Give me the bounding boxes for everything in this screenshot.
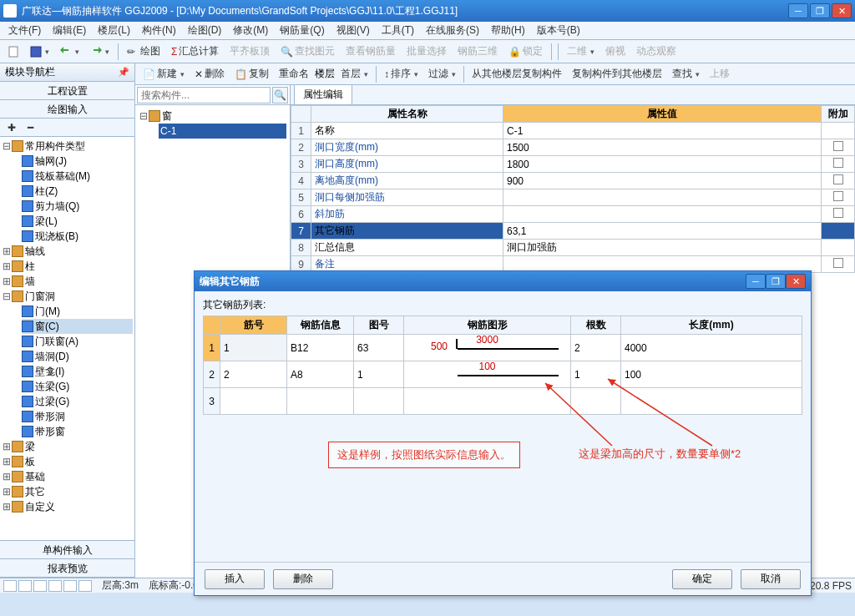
prop-value[interactable]: 63,1 <box>503 223 822 240</box>
menu-rebar[interactable]: 钢筋量(Q) <box>275 22 329 39</box>
tab-property-edit[interactable]: 属性编辑 <box>294 84 352 104</box>
cell-fig[interactable]: 63 <box>354 335 404 361</box>
rebar-row[interactable]: 2 2 A8 1 100 1 100 <box>204 361 802 388</box>
cell-info[interactable]: A8 <box>287 361 354 388</box>
menu-view[interactable]: 视图(V) <box>331 22 375 39</box>
menu-floor[interactable]: 楼层(L) <box>93 22 135 39</box>
prop-value[interactable] <box>503 206 822 223</box>
cell-id[interactable] <box>220 388 287 415</box>
copy-from-floor-button[interactable]: 从其他楼层复制构件 <box>468 64 566 83</box>
pin-icon[interactable]: 📌 <box>118 67 129 78</box>
menu-draw[interactable]: 绘图(D) <box>183 22 227 39</box>
tree-item[interactable]: 过梁(G) <box>22 394 133 409</box>
tab-report-preview[interactable]: 报表预览 <box>0 559 134 578</box>
lock-button[interactable]: 🔒 锁定 <box>504 42 547 61</box>
search-button[interactable]: 🔍 <box>272 87 288 104</box>
cell-count[interactable] <box>571 388 621 415</box>
menu-version[interactable]: 版本号(B) <box>532 22 585 39</box>
checkbox-icon[interactable] <box>833 258 843 268</box>
copy-to-floor-button[interactable]: 复制构件到其他楼层 <box>568 64 666 83</box>
cell-length[interactable] <box>621 388 802 415</box>
search-input[interactable] <box>137 87 271 104</box>
prop-value[interactable]: 1800 <box>503 156 822 173</box>
checkbox-icon[interactable] <box>833 174 843 184</box>
cell-length[interactable]: 4000 <box>621 335 802 361</box>
menu-help[interactable]: 帮助(H) <box>486 22 530 39</box>
cell-shape[interactable]: 5003000 <box>404 335 571 361</box>
tab-project-settings[interactable]: 工程设置 <box>0 82 134 100</box>
tree-group[interactable]: ⊞墙 <box>2 274 133 289</box>
cell-length[interactable]: 100 <box>621 361 802 388</box>
delete-component-button[interactable]: ✕ 删除 <box>190 64 229 83</box>
tree-item[interactable]: 带形窗 <box>22 424 133 439</box>
redo-button[interactable] <box>86 43 114 60</box>
comp-root[interactable]: ⊟窗 <box>139 109 286 124</box>
prop-extra[interactable] <box>822 156 855 173</box>
tree-item[interactable]: 门联窗(A) <box>22 334 133 349</box>
delete-button[interactable]: 删除 <box>273 569 333 589</box>
dialog-titlebar[interactable]: 编辑其它钢筋 ─ ❐ ✕ <box>195 271 811 291</box>
undo-button[interactable] <box>56 43 83 60</box>
batch-select-button[interactable]: 批量选择 <box>402 42 451 61</box>
checkbox-icon[interactable] <box>833 191 843 201</box>
menu-component[interactable]: 构件(N) <box>137 22 181 39</box>
tree-item[interactable]: 连梁(G) <box>22 379 133 394</box>
menu-file[interactable]: 文件(F) <box>3 22 46 39</box>
calc-button[interactable]: Σ 汇总计算 <box>167 42 223 61</box>
tree-item[interactable]: 门(M) <box>22 304 133 319</box>
rebar-3d-button[interactable]: 钢筋三维 <box>453 42 502 61</box>
2d-button[interactable]: 二维 <box>563 42 599 61</box>
ok-button[interactable]: 确定 <box>672 569 732 589</box>
new-component-button[interactable]: 📄 新建 <box>139 64 189 83</box>
collapse-button[interactable]: ━ <box>23 120 38 134</box>
tree-group[interactable]: ⊞板 <box>2 454 133 469</box>
cell-shape[interactable] <box>404 388 571 415</box>
prop-extra[interactable] <box>822 223 855 240</box>
cancel-button[interactable]: 取消 <box>741 569 801 589</box>
tree-group[interactable]: ⊟门窗洞 <box>2 289 133 304</box>
sb-icon[interactable] <box>78 580 92 592</box>
tree-item[interactable]: 带形洞 <box>22 409 133 424</box>
prop-value[interactable]: 1500 <box>503 139 822 156</box>
tree-item[interactable]: 现浇板(B) <box>22 229 133 244</box>
insert-button[interactable]: 插入 <box>205 569 265 589</box>
prop-extra[interactable] <box>822 256 855 273</box>
floor-select[interactable]: 首层 <box>336 64 372 83</box>
cell-fig[interactable]: 1 <box>354 361 404 388</box>
tree-item[interactable]: 剪力墙(Q) <box>22 199 133 214</box>
expand-button[interactable]: ✚ <box>3 120 20 134</box>
tree-item[interactable]: 梁(L) <box>22 214 133 229</box>
tree-item[interactable]: 墙洞(D) <box>22 349 133 364</box>
cell-shape[interactable]: 100 <box>404 361 571 388</box>
tree-item-window[interactable]: 窗(C) <box>22 319 133 334</box>
rebar-list-table[interactable]: 筋号 钢筋信息 图号 钢筋图形 根数 长度(mm) 1 1 B12 63 500… <box>203 316 802 415</box>
move-up-button[interactable]: 上移 <box>706 64 734 83</box>
save-button[interactable] <box>26 43 53 60</box>
orbit-button[interactable]: 动态观察 <box>632 42 680 61</box>
cell-info[interactable] <box>287 388 354 415</box>
prop-value[interactable] <box>503 189 822 206</box>
tree-item[interactable]: 壁龛(I) <box>22 364 133 379</box>
cell-id[interactable]: 1 <box>220 335 287 361</box>
menu-modify[interactable]: 修改(M) <box>228 22 273 39</box>
checkbox-icon[interactable] <box>833 208 843 218</box>
prop-extra[interactable] <box>822 189 855 206</box>
top-view-button[interactable]: 俯视 <box>601 42 630 61</box>
cell-count[interactable]: 1 <box>571 361 621 388</box>
menu-edit[interactable]: 编辑(E) <box>48 22 91 39</box>
sort-button[interactable]: ↕ 排序 <box>380 64 422 83</box>
cell-fig[interactable] <box>354 388 404 415</box>
draw-button[interactable]: ✏绘图 <box>123 42 164 61</box>
property-row[interactable]: 3 洞口高度(mm) 1800 <box>291 156 855 173</box>
cell-id[interactable]: 2 <box>220 361 287 388</box>
rebar-row[interactable]: 1 1 B12 63 5003000 2 4000 <box>204 335 802 361</box>
close-button[interactable]: ✕ <box>832 3 852 18</box>
prop-value[interactable]: C-1 <box>503 123 822 139</box>
tree-item[interactable]: 柱(Z) <box>22 184 133 199</box>
tree-item[interactable]: 轴网(J) <box>22 154 133 169</box>
prop-extra[interactable] <box>822 139 855 156</box>
property-row[interactable]: 4 离地高度(mm) 900 <box>291 173 855 189</box>
sb-icon[interactable] <box>48 580 62 592</box>
comp-child[interactable]: C-1 <box>159 124 286 139</box>
menu-tools[interactable]: 工具(T) <box>377 22 419 39</box>
